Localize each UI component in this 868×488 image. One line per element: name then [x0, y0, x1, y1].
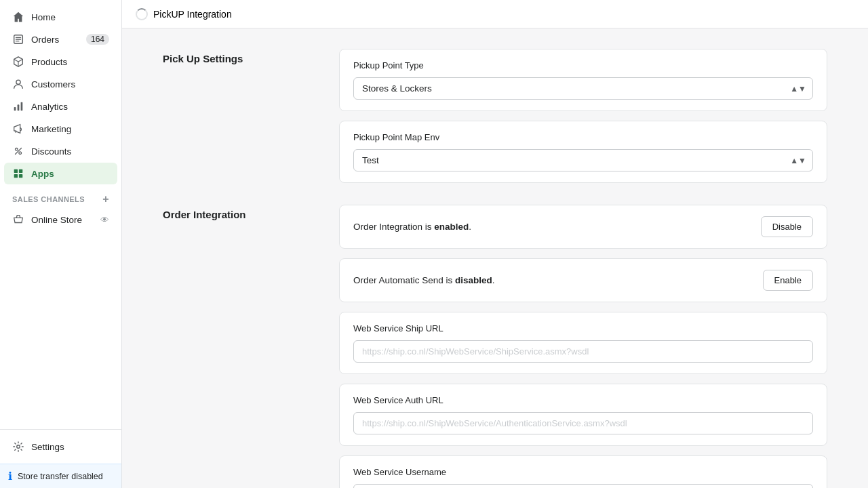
sidebar-item-marketing-label: Marketing [31, 124, 71, 134]
pickup-map-env-select-wrapper: Test Production ▲▼ [353, 149, 813, 171]
store-transfer-bar: ℹ Store transfer disabled [0, 464, 121, 488]
main-content: PickUP Integration Pick Up Settings Pick… [122, 0, 868, 488]
sidebar-item-apps-label: Apps [31, 169, 54, 179]
sidebar-item-analytics[interactable]: Analytics [4, 96, 117, 117]
web-service-auth-url-input[interactable] [353, 412, 813, 434]
svg-point-1 [16, 80, 20, 84]
web-service-username-label: Web Service Username [353, 467, 813, 477]
pickup-settings-heading: Pick Up Settings [163, 53, 312, 64]
settings-label: Settings [31, 442, 64, 452]
topbar: PickUP Integration [122, 0, 868, 28]
info-icon: ℹ [8, 470, 12, 483]
sales-channels-title: SALES CHANNELS [12, 195, 85, 203]
sidebar-item-products[interactable]: Products [4, 51, 117, 73]
order-auto-send-suffix: . [492, 275, 495, 285]
svg-rect-9 [14, 174, 18, 178]
svg-rect-8 [19, 169, 22, 173]
pickup-settings-label-col: Pick Up Settings [163, 49, 312, 183]
online-store-label: Online Store [31, 215, 82, 225]
web-service-ship-url-input[interactable] [353, 340, 813, 363]
svg-rect-2 [14, 107, 16, 110]
sidebar-item-products-label: Products [31, 57, 67, 67]
apps-icon [12, 167, 24, 180]
pickup-map-env-card: Pickup Point Map Env Test Production ▲▼ [339, 121, 827, 183]
settings-icon [12, 441, 24, 453]
page-content: Pick Up Settings Pickup Point Type Store… [122, 28, 868, 488]
enable-button[interactable]: Enable [763, 270, 813, 291]
pickup-settings-cards: Pickup Point Type Stores & Lockers Store… [339, 49, 827, 183]
analytics-icon [12, 100, 24, 113]
pickup-settings-section: Pick Up Settings Pickup Point Type Store… [163, 49, 827, 183]
svg-point-5 [16, 148, 18, 151]
sidebar-nav: Home Orders 164 Products Customers [0, 0, 121, 429]
home-icon [12, 11, 24, 23]
order-integration-status-prefix: Order Integration is [353, 222, 434, 232]
online-store-icon [12, 214, 24, 226]
orders-badge: 164 [86, 34, 109, 45]
web-service-ship-url-card: Web Service Ship URL [339, 312, 827, 374]
sidebar-item-analytics-label: Analytics [31, 102, 68, 112]
sidebar-item-online-store[interactable]: Online Store 👁 [4, 209, 117, 230]
web-service-ship-url-label: Web Service Ship URL [353, 323, 813, 333]
order-integration-heading: Order Integration [163, 209, 312, 220]
discounts-icon [12, 145, 24, 157]
svg-rect-3 [18, 104, 20, 110]
order-integration-cards: Order Integration is enabled. Disable Or… [339, 205, 827, 488]
web-service-auth-url-label: Web Service Auth URL [353, 395, 813, 405]
pickup-point-type-label: Pickup Point Type [353, 60, 813, 70]
pickup-point-type-select[interactable]: Stores & Lockers Stores Only Lockers Onl… [353, 77, 813, 100]
online-store-eye-icon[interactable]: 👁 [100, 215, 109, 225]
pickup-point-type-card: Pickup Point Type Stores & Lockers Store… [339, 49, 827, 111]
disable-button[interactable]: Disable [761, 216, 813, 237]
sidebar-item-apps[interactable]: Apps [4, 163, 117, 184]
svg-point-6 [19, 152, 22, 155]
order-integration-status-text: Order Integration is enabled. [353, 222, 471, 232]
customers-icon [12, 78, 24, 90]
order-integration-status-row: Order Integration is enabled. Disable [353, 216, 813, 237]
sidebar-item-orders-label: Orders [31, 35, 59, 45]
sidebar-item-marketing[interactable]: Marketing [4, 118, 117, 140]
sidebar-item-settings[interactable]: Settings [4, 436, 117, 458]
pickup-map-env-select[interactable]: Test Production [353, 149, 813, 171]
order-auto-send-value: disabled [455, 275, 492, 285]
store-transfer-label: Store transfer disabled [18, 472, 103, 481]
topbar-title: PickUP Integration [153, 9, 232, 20]
pickup-map-env-label: Pickup Point Map Env [353, 132, 813, 142]
order-auto-send-row: Order Automatic Send is disabled. Enable [353, 270, 813, 291]
web-service-auth-url-card: Web Service Auth URL [339, 384, 827, 446]
order-auto-send-prefix: Order Automatic Send is [353, 275, 455, 285]
orders-icon [12, 33, 24, 45]
order-integration-status-value: enabled [434, 222, 469, 232]
svg-rect-7 [14, 169, 18, 173]
sidebar-item-discounts-label: Discounts [31, 146, 71, 157]
add-sales-channel-icon[interactable]: + [102, 193, 109, 205]
sidebar-item-home[interactable]: Home [4, 6, 117, 28]
sidebar-item-customers[interactable]: Customers [4, 73, 117, 95]
loading-spinner [136, 8, 148, 20]
web-service-username-card: Web Service Username [339, 455, 827, 488]
sidebar-item-home-label: Home [31, 12, 56, 22]
order-auto-send-text: Order Automatic Send is disabled. [353, 275, 495, 285]
pickup-point-type-select-wrapper: Stores & Lockers Stores Only Lockers Onl… [353, 77, 813, 100]
svg-rect-10 [19, 174, 22, 178]
sidebar-bottom: Settings [0, 429, 121, 464]
order-integration-status-suffix: . [469, 222, 471, 232]
sidebar-item-customers-label: Customers [31, 79, 75, 89]
sales-channels-section: SALES CHANNELS + [0, 185, 121, 208]
order-integration-section: Order Integration Order Integration is e… [163, 205, 827, 488]
order-integration-status-card: Order Integration is enabled. Disable [339, 205, 827, 249]
svg-point-11 [17, 445, 20, 449]
marketing-icon [12, 123, 24, 135]
sidebar: Home Orders 164 Products Customers [0, 0, 122, 488]
web-service-username-input[interactable] [353, 484, 813, 488]
order-auto-send-card: Order Automatic Send is disabled. Enable [339, 258, 827, 302]
sidebar-item-orders[interactable]: Orders 164 [4, 28, 117, 50]
svg-rect-4 [21, 102, 23, 111]
sidebar-item-discounts[interactable]: Discounts [4, 140, 117, 162]
order-integration-label-col: Order Integration [163, 205, 312, 488]
products-icon [12, 56, 24, 68]
